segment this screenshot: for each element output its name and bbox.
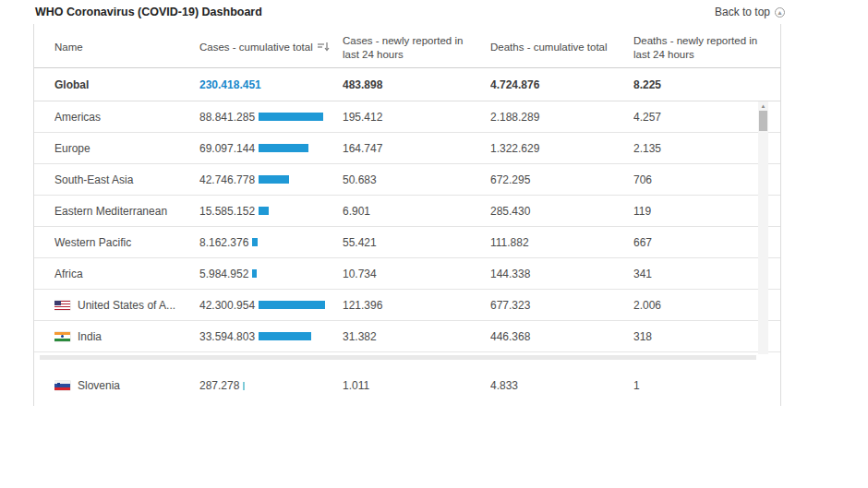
table-row[interactable]: Slovenia 287.278 1.011 4.833 1 [34, 370, 780, 401]
pinned-country-row-area: Slovenia 287.278 1.011 4.833 1 [34, 370, 780, 401]
cases-bar [259, 301, 325, 309]
back-to-top-circle-up-icon: ▲ [775, 7, 785, 18]
cases-bar [252, 269, 257, 278]
back-to-top-button[interactable]: Back to top ▲ [715, 6, 785, 18]
global-cases-link[interactable]: 230.418.451 [199, 78, 261, 91]
si-flag-icon [54, 381, 70, 390]
table-row[interactable]: Africa 5.984.952 10.734 144.338 341 [34, 258, 780, 290]
cases-bar [259, 207, 269, 215]
page-title: WHO Coronavirus (COVID-19) Dashboard [35, 6, 262, 18]
cases-new-value: 164.747 [343, 142, 490, 155]
back-to-top-label: Back to top [715, 6, 770, 18]
deaths-cumulative-value: 144.338 [490, 268, 633, 280]
table-row[interactable]: South-East Asia 42.746.778 50.683 672.29… [34, 164, 780, 196]
cases-bar [259, 113, 323, 121]
deaths-cumulative-value: 446.368 [490, 330, 633, 343]
cases-new-value: 195.412 [343, 111, 490, 124]
row-name: Slovenia [78, 379, 120, 392]
deaths-cumulative-value: 677.323 [490, 299, 633, 312]
cases-bar [252, 238, 258, 246]
table-row[interactable]: Americas 88.841.285 195.412 2.188.289 4.… [34, 101, 780, 133]
cases-new-value: 6.901 [343, 205, 490, 218]
cases-bar [259, 144, 308, 152]
row-name: India [78, 330, 102, 343]
table-scroll-area: Americas 88.841.285 195.412 2.188.289 4.… [34, 101, 780, 360]
in-flag-icon [54, 332, 70, 341]
column-header-name[interactable]: Name [54, 41, 199, 54]
global-deaths-new-value: 8.225 [633, 78, 780, 91]
table-row[interactable]: United States of A... 42.300.954 121.396… [34, 290, 780, 321]
cases-new-value: 10.734 [343, 268, 490, 280]
row-name: Eastern Mediterranean [54, 205, 167, 218]
deaths-cumulative-value: 4.833 [490, 379, 633, 392]
horizontal-scrollbar[interactable] [40, 355, 756, 360]
top-bar: WHO Coronavirus (COVID-19) Dashboard Bac… [35, 4, 785, 20]
cases-cumulative-value: 33.594.803 [199, 330, 255, 343]
row-name: United States of A... [78, 299, 175, 312]
table-row[interactable]: Europe 69.097.144 164.747 1.322.629 2.13… [34, 133, 780, 164]
cases-cumulative-value: 15.585.152 [199, 205, 255, 218]
cases-cumulative-value: 42.300.954 [199, 299, 255, 312]
vertical-scrollbar[interactable]: ▲ [758, 101, 768, 354]
deaths-cumulative-value: 111.882 [490, 236, 633, 249]
deaths-cumulative-value: 2.188.289 [490, 111, 633, 124]
cases-cumulative-value: 42.746.778 [199, 173, 255, 186]
deaths-cumulative-value: 672.295 [490, 173, 633, 186]
cases-new-value: 55.421 [343, 236, 490, 249]
row-name: Americas [54, 111, 101, 124]
cases-new-value: 31.382 [343, 330, 490, 343]
deaths-new-value: 1 [633, 379, 780, 392]
table-row[interactable]: India 33.594.803 31.382 446.368 318 [34, 321, 780, 352]
row-name: Africa [54, 268, 83, 280]
global-row-name: Global [54, 78, 199, 91]
deaths-cumulative-value: 1.322.629 [490, 142, 633, 155]
cases-cumulative-value: 88.841.285 [199, 111, 255, 124]
column-header-cases-cumulative[interactable]: Cases - cumulative total [199, 41, 343, 55]
cases-cumulative-value: 5.984.952 [199, 268, 248, 280]
column-header-cases-new[interactable]: Cases - newly reported in last 24 hours [343, 34, 490, 62]
table-row[interactable]: Western Pacific 8.162.376 55.421 111.882… [34, 227, 780, 258]
cases-cumulative-value: 8.162.376 [199, 236, 248, 249]
dashboard-table-panel: Name Cases - cumulative total Cases - ne… [33, 24, 781, 406]
cases-bar [259, 332, 311, 340]
row-name: South-East Asia [54, 173, 133, 186]
row-name: Europe [54, 142, 90, 155]
vertical-scrollbar-thumb[interactable] [759, 111, 767, 131]
global-deaths-cumulative-value: 4.724.876 [490, 78, 633, 91]
cases-new-value: 1.011 [343, 379, 490, 392]
table-header-row: Name Cases - cumulative total Cases - ne… [34, 28, 780, 68]
deaths-cumulative-value: 285.430 [490, 205, 633, 218]
cases-new-value: 50.683 [343, 173, 490, 186]
table-row[interactable]: Eastern Mediterranean 15.585.152 6.901 2… [34, 196, 780, 227]
global-summary-row[interactable]: Global 230.418.451 483.898 4.724.876 8.2… [34, 68, 780, 101]
row-name: Western Pacific [54, 236, 131, 249]
us-flag-icon [54, 301, 70, 310]
cases-new-value: 121.396 [343, 299, 490, 312]
cases-cumulative-value: 287.278 [199, 379, 239, 392]
cases-cumulative-value: 69.097.144 [199, 142, 255, 155]
column-header-deaths-cumulative[interactable]: Deaths - cumulative total [490, 41, 633, 54]
cases-bar [259, 175, 289, 184]
global-cases-new-value: 483.898 [343, 78, 490, 91]
column-header-deaths-new[interactable]: Deaths - newly reported in last 24 hours [633, 34, 780, 62]
cases-bar [243, 382, 245, 390]
table-rows-viewport: Americas 88.841.285 195.412 2.188.289 4.… [34, 101, 780, 354]
sort-descending-icon[interactable] [318, 42, 330, 55]
scrollbar-up-arrow-icon[interactable]: ▲ [758, 102, 768, 110]
